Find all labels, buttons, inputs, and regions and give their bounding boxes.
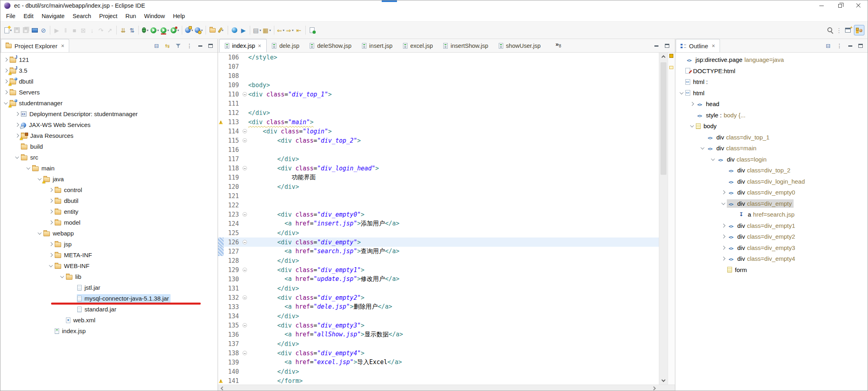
- tree-item[interactable]: web.xml: [0, 315, 218, 325]
- code-text[interactable]: </div>: [248, 257, 299, 264]
- annotation-ruler[interactable]: [218, 191, 224, 201]
- editor-tab[interactable]: index.jsp×: [219, 39, 267, 52]
- save-icon[interactable]: [12, 25, 21, 35]
- outline-item[interactable]: DOCTYPE:html: [675, 66, 868, 77]
- expand-arrow-icon[interactable]: [15, 134, 19, 138]
- expand-arrow-icon[interactable]: [4, 58, 8, 62]
- line-number[interactable]: 133: [224, 303, 241, 311]
- code-text[interactable]: <div class="main">: [248, 119, 314, 126]
- code-line[interactable]: 110<div class="div_top_1">: [218, 90, 659, 99]
- line-number[interactable]: 135: [224, 322, 241, 329]
- annotation-ruler[interactable]: [218, 247, 224, 256]
- mark-occurrences-icon[interactable]: ▤▾: [252, 25, 262, 35]
- tree-item[interactable]: Java Resources: [0, 130, 218, 141]
- outline-item[interactable]: ahref=search.jsp: [675, 209, 868, 220]
- fold-collapse-icon[interactable]: [243, 212, 247, 217]
- line-number[interactable]: 134: [224, 313, 241, 320]
- annotation-ruler[interactable]: [218, 80, 224, 90]
- line-number[interactable]: 117: [224, 156, 241, 163]
- horizontal-scrollbar[interactable]: [218, 385, 658, 391]
- outline-item[interactable]: divclass=div_empty4: [675, 253, 868, 264]
- suspend-icon[interactable]: ‖: [61, 25, 70, 35]
- code-line[interactable]: 133 <a href="dele.jsp">删除用户</a>: [218, 302, 659, 311]
- code-text[interactable]: <a href="insert.jsp">添加用户</a>: [248, 220, 399, 227]
- tree-item[interactable]: main: [0, 163, 218, 174]
- minimize-button[interactable]: [812, 0, 831, 11]
- collapse-arrow-icon[interactable]: [49, 263, 53, 267]
- tree-item[interactable]: index.jsp: [0, 325, 218, 336]
- collapse-all-icon[interactable]: ⊟: [154, 43, 159, 49]
- code-text[interactable]: <body>: [248, 82, 270, 89]
- dropdown-caret-icon[interactable]: ▾: [147, 29, 148, 32]
- annotation-ruler[interactable]: [218, 127, 224, 136]
- outline-item[interactable]: divclass=div_empty3: [675, 242, 868, 254]
- code-area[interactable]: 106</style>107108109<body>110<div class=…: [218, 53, 659, 385]
- code-line[interactable]: 120 </div>: [218, 182, 659, 191]
- code-line[interactable]: 125 </div>: [218, 228, 659, 237]
- tree-item[interactable]: Deployment Descriptor: studentmanager: [0, 108, 218, 119]
- line-number[interactable]: 137: [224, 340, 241, 348]
- code-line[interactable]: 107: [218, 62, 659, 71]
- fold-ruler[interactable]: [241, 295, 248, 300]
- tree-item[interactable]: 3.5: [0, 65, 218, 76]
- tree-item[interactable]: META-INF: [0, 250, 218, 260]
- java-ee-perspective-icon[interactable]: [854, 25, 864, 35]
- scroll-down-icon[interactable]: [662, 378, 666, 382]
- editor-tab[interactable]: insert.jsp: [357, 39, 398, 52]
- restore-button[interactable]: [831, 0, 849, 11]
- fold-collapse-icon[interactable]: [243, 92, 247, 96]
- outline-item[interactable]: jsp:directive.pagelanguage=java: [675, 54, 868, 66]
- tree-item[interactable]: entity: [0, 206, 218, 217]
- line-number[interactable]: 111: [224, 100, 241, 107]
- line-number[interactable]: 130: [224, 276, 241, 283]
- outline-item[interactable]: body: [675, 121, 868, 132]
- annotation-ruler[interactable]: [218, 265, 224, 274]
- view-menu-icon[interactable]: ⋮: [187, 43, 192, 49]
- expand-arrow-icon[interactable]: [721, 257, 725, 261]
- external-browser-icon[interactable]: [230, 25, 239, 35]
- code-line[interactable]: 136 <a href="allShow.jsp">显示数据</a>: [218, 330, 659, 339]
- code-text[interactable]: </div>: [248, 313, 299, 320]
- tree-item[interactable]: studentmanager: [0, 98, 218, 108]
- annotation-ruler[interactable]: [218, 164, 224, 173]
- outline-item[interactable]: divclass=div_login_head: [675, 176, 868, 187]
- menu-window[interactable]: Window: [140, 12, 169, 20]
- annotation-ruler[interactable]: [218, 348, 224, 358]
- code-line[interactable]: 138 <div class="div_empty4">: [218, 348, 659, 358]
- scroll-left-icon[interactable]: [221, 387, 225, 391]
- line-number[interactable]: 128: [224, 257, 241, 264]
- warning-marker[interactable]: [669, 66, 673, 69]
- code-line[interactable]: 130 <a href="update.jsp">修改用户</a>: [218, 274, 659, 284]
- fold-ruler[interactable]: [241, 138, 248, 143]
- code-text[interactable]: <div class="div_login_head">: [248, 165, 379, 172]
- line-number[interactable]: 112: [224, 109, 241, 117]
- line-number[interactable]: 114: [224, 128, 241, 135]
- dropdown-caret-icon[interactable]: ▾: [269, 29, 271, 32]
- code-text[interactable]: <div class="div_top_1">: [248, 91, 332, 98]
- step-over-icon[interactable]: ↷: [97, 25, 105, 35]
- code-line[interactable]: 129 <div class="div_empty1">: [218, 265, 659, 274]
- tree-item[interactable]: java: [0, 174, 218, 184]
- tree-item[interactable]: model: [0, 217, 218, 228]
- debug-icon[interactable]: ▾: [141, 25, 150, 35]
- dropdown-caret-icon[interactable]: ▾: [167, 29, 169, 32]
- view-menu-icon[interactable]: ⋮: [837, 43, 842, 49]
- collapse-arrow-icon[interactable]: [700, 145, 704, 149]
- code-text[interactable]: <a href="update.jsp">修改用户</a>: [248, 275, 399, 283]
- outline-item[interactable]: divclass=div_empty1: [675, 220, 868, 231]
- tab-overflow-chevron-icon[interactable]: »8: [555, 39, 561, 52]
- code-line[interactable]: 113<div class="main">: [218, 117, 659, 127]
- code-text[interactable]: <div class="div_empty1">: [248, 266, 364, 274]
- pin-editor-icon[interactable]: [308, 25, 317, 35]
- outline-item[interactable]: divclass=div_top_2: [675, 165, 868, 176]
- outline-item[interactable]: html :: [675, 76, 868, 88]
- code-line[interactable]: 111: [218, 99, 659, 108]
- expand-arrow-icon[interactable]: [4, 69, 8, 73]
- code-line[interactable]: 132 <div class="div_empty2">: [218, 293, 659, 302]
- fold-ruler[interactable]: [241, 240, 248, 244]
- fold-collapse-icon[interactable]: [243, 295, 247, 300]
- fold-collapse-icon[interactable]: [243, 129, 247, 133]
- outline-item[interactable]: divclass=div_empty2: [675, 231, 868, 242]
- new-wizard-icon[interactable]: ▾: [4, 25, 12, 35]
- fold-ruler[interactable]: [241, 212, 248, 217]
